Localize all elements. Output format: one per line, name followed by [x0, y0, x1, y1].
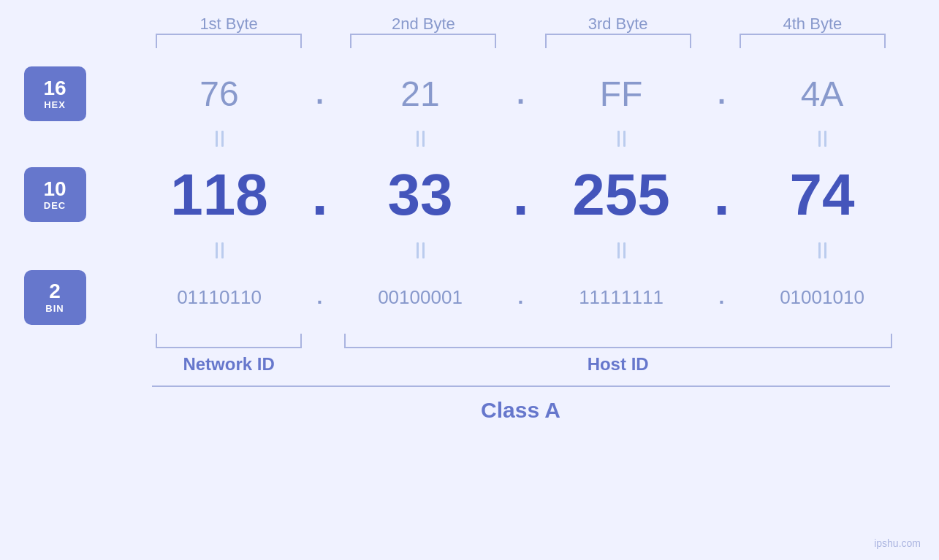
hex-badge-label: HEX	[44, 99, 66, 110]
bin-byte-1: 01110110	[119, 286, 320, 309]
hex-badge: 16 HEX	[24, 66, 86, 121]
hex-badge-number: 16	[43, 77, 66, 100]
hex-row: 16 HEX 76 . 21 . FF	[17, 63, 923, 125]
network-bracket	[132, 334, 326, 348]
hex-val-1: 76	[199, 74, 238, 114]
network-id-label: Network ID	[132, 354, 326, 375]
dec-byte-3: 255	[521, 161, 722, 229]
bar-2b	[422, 131, 425, 147]
bar-4b	[824, 131, 826, 147]
bracket-line-1	[156, 34, 302, 48]
class-row-container: Class A	[29, 386, 910, 423]
hex-val-3: FF	[600, 74, 643, 114]
dec-values-row: 118 . 33 . 255 . 74	[119, 161, 923, 229]
bar-3b	[623, 131, 626, 147]
bin-val-4: 01001010	[780, 286, 864, 309]
bin-values-row: 01110110 . 00100001 . 11111111 .	[119, 285, 923, 309]
two-bars-b4	[818, 242, 826, 258]
bar-1b	[221, 131, 224, 147]
bracket-line-3	[545, 34, 691, 48]
id-labels-row: Network ID Host ID	[29, 354, 910, 375]
bar-2a	[417, 131, 419, 147]
class-label: Class A	[481, 398, 560, 423]
bar-3a	[617, 131, 620, 147]
parallel-bars-b3	[617, 237, 626, 264]
dec-badge-number: 10	[43, 178, 66, 201]
parallel-bars-1	[216, 125, 224, 153]
bin-badge-number: 2	[49, 280, 61, 303]
bar-b3b	[623, 242, 626, 258]
bar-b4a	[818, 242, 821, 258]
bar-b4b	[824, 242, 826, 258]
parallel-values-1	[119, 125, 923, 153]
bar-1a	[216, 131, 218, 147]
two-bars-b2	[417, 242, 425, 258]
hex-byte-3: FF	[521, 74, 722, 114]
bin-val-1: 01110110	[177, 286, 262, 309]
network-bracket-line	[156, 334, 302, 348]
two-bars-1	[216, 131, 224, 147]
bin-byte-4: 01001010	[722, 286, 923, 309]
bin-row: 2 BIN 01110110 . 00100001 . 11111111	[17, 264, 923, 330]
hex-val-4: 4A	[801, 74, 844, 114]
bracket-2	[326, 34, 520, 48]
dec-val-3: 255	[572, 161, 669, 229]
hex-values-row: 76 . 21 . FF . 4A	[119, 74, 923, 114]
parallel-bars-b4	[818, 237, 826, 264]
hex-byte-1: 76	[119, 74, 320, 114]
parallel-cell-2	[320, 125, 521, 153]
host-bracket	[326, 334, 910, 348]
two-bars-3	[617, 131, 626, 147]
host-id-label: Host ID	[326, 354, 910, 375]
main-container: 1st Byte 2nd Byte 3rd Byte 4th Byte 16 H…	[0, 0, 939, 560]
parallel-bars-3	[617, 125, 626, 153]
hex-byte-2: 21	[320, 74, 521, 114]
dec-badge: 10 DEC	[24, 167, 86, 222]
bin-badge: 2 BIN	[24, 270, 86, 325]
parallel-cell-b1	[119, 237, 320, 264]
dec-byte-2: 33	[320, 161, 521, 229]
dec-badge-label: DEC	[44, 200, 66, 211]
bin-badge-label: BIN	[45, 303, 64, 314]
dec-row: 10 DEC 118 . 33 . 255	[17, 153, 923, 237]
top-brackets	[29, 34, 910, 48]
bottom-brackets-row	[29, 334, 910, 348]
bracket-3	[521, 34, 715, 48]
bar-4a	[818, 131, 821, 147]
two-bars-2	[417, 131, 425, 147]
bracket-1	[132, 34, 326, 48]
bar-b2b	[422, 242, 425, 258]
hex-val-2: 21	[400, 74, 439, 114]
bin-badge-cell: 2 BIN	[17, 270, 119, 325]
dec-byte-4: 74	[722, 161, 923, 229]
parallel-cell-b4	[722, 237, 923, 264]
byte-header-4: 4th Byte	[715, 15, 910, 34]
bar-b2a	[417, 242, 419, 258]
two-bars-4	[818, 131, 826, 147]
dec-val-4: 74	[790, 161, 855, 229]
byte-header-3: 3rd Byte	[521, 15, 715, 34]
dec-val-1: 118	[170, 161, 267, 229]
parallel-bars-4	[818, 125, 826, 153]
hex-badge-cell: 16 HEX	[17, 66, 119, 121]
byte-headers-row: 1st Byte 2nd Byte 3rd Byte 4th Byte	[29, 15, 910, 34]
bin-val-2: 00100001	[378, 286, 463, 309]
parallel-values-2	[119, 237, 923, 264]
parallel-bars-b1	[216, 237, 224, 264]
parallel-cell-b2	[320, 237, 521, 264]
bin-byte-3: 11111111	[521, 286, 722, 309]
parallel-bars-b2	[417, 237, 425, 264]
bracket-4	[715, 34, 910, 48]
parallel-cell-b3	[521, 237, 722, 264]
parallel-cell-1	[119, 125, 320, 153]
bin-byte-2: 00100001	[320, 286, 521, 309]
dec-val-2: 33	[388, 161, 453, 229]
parallel-cell-4	[722, 125, 923, 153]
bar-b3a	[617, 242, 620, 258]
bar-b1b	[221, 242, 224, 258]
parallel-row-2	[17, 237, 923, 264]
bracket-line-2	[350, 34, 496, 48]
two-bars-b1	[216, 242, 224, 258]
rows-wrapper: 16 HEX 76 . 21 . FF	[17, 63, 923, 330]
parallel-row-1	[17, 125, 923, 153]
